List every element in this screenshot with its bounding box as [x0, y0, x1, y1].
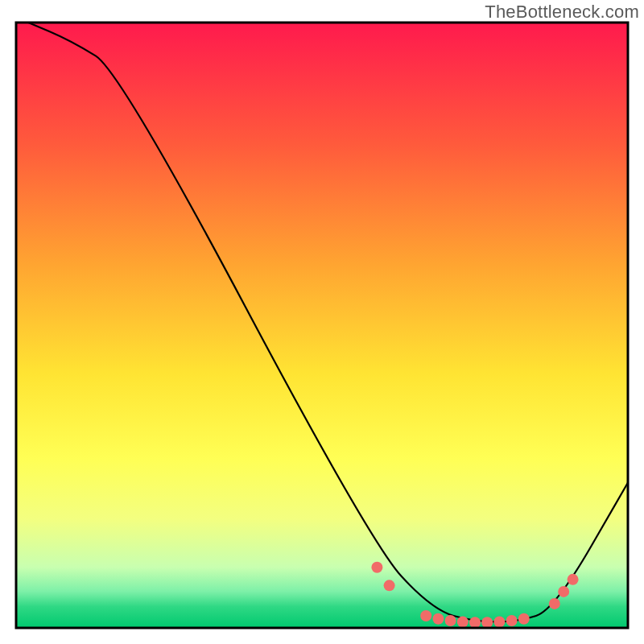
marker-dot	[549, 598, 560, 609]
marker-dot	[420, 610, 431, 621]
marker-dot	[506, 615, 518, 626]
marker-dot	[457, 616, 469, 627]
marker-dot	[432, 613, 444, 625]
marker-dot	[558, 586, 569, 597]
marker-dot	[445, 615, 456, 626]
marker-dot	[493, 616, 505, 627]
chart-svg	[0, 0, 644, 644]
watermark-text: TheBottleneck.com	[485, 2, 639, 23]
plot-background	[16, 23, 628, 628]
marker-dot	[568, 574, 579, 585]
marker-dot	[469, 617, 481, 628]
marker-dot	[518, 613, 530, 625]
marker-dot	[481, 617, 493, 628]
chart-frame: TheBottleneck.com	[0, 0, 644, 644]
marker-dot	[371, 562, 382, 573]
marker-dot	[384, 580, 395, 591]
